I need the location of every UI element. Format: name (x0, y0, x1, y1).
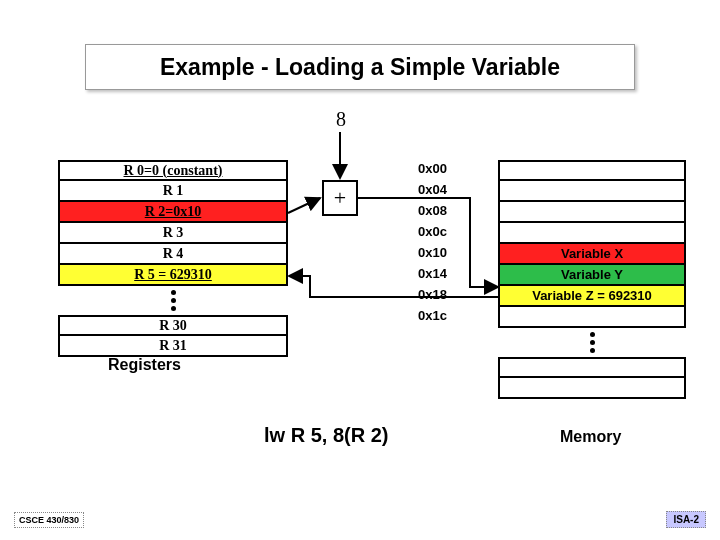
memory-cell (498, 307, 686, 328)
address-label: 0x18 (418, 284, 478, 305)
title-box: Example - Loading a Simple Variable (85, 44, 635, 90)
register-row: R 2=0x10 (58, 202, 288, 223)
memory-block: Variable XVariable YVariable Z = 692310 (498, 160, 686, 399)
address-label: 0x14 (418, 263, 478, 284)
register-row: R 5 = 629310 (58, 265, 288, 286)
register-row: R 3 (58, 223, 288, 244)
memory-cell: Variable Y (498, 265, 686, 286)
address-label: 0x00 (418, 158, 478, 179)
memory-cell (498, 378, 686, 399)
memory-cell-label: Variable Y (561, 267, 623, 282)
adder-box: + (322, 180, 358, 216)
register-label: R 0=0 (constant) (124, 163, 223, 179)
address-label: 0x1c (418, 305, 478, 326)
address-label: 0x04 (418, 179, 478, 200)
register-label: R 30 (159, 318, 187, 334)
register-label: R 4 (163, 246, 184, 262)
memory-cell (498, 160, 686, 181)
page-title: Example - Loading a Simple Variable (160, 54, 560, 81)
address-label: 0x10 (418, 242, 478, 263)
memory-cell: Variable X (498, 244, 686, 265)
memory-cell (498, 202, 686, 223)
svg-line-1 (288, 198, 320, 213)
address-label: 0x0c (418, 221, 478, 242)
slide-id: ISA-2 (666, 511, 706, 528)
register-row: R 1 (58, 181, 288, 202)
memory-cell (498, 181, 686, 202)
register-file: R 0=0 (constant)R 1R 2=0x10R 3R 4R 5 = 6… (58, 160, 288, 357)
address-label: 0x08 (418, 200, 478, 221)
register-label: R 3 (163, 225, 184, 241)
plus-icon: + (334, 185, 346, 211)
register-label: R 5 = 629310 (134, 267, 212, 283)
memory-cell (498, 357, 686, 378)
register-label: R 31 (159, 338, 187, 354)
memory-label: Memory (560, 428, 621, 446)
register-row: R 30 (58, 315, 288, 336)
memory-cell-label: Variable Z = 692310 (532, 288, 652, 303)
offset-value: 8 (336, 108, 346, 131)
register-label: R 2=0x10 (145, 204, 202, 220)
register-row: R 0=0 (constant) (58, 160, 288, 181)
memory-cell (498, 223, 686, 244)
course-code: CSCE 430/830 (14, 512, 84, 528)
instruction-text: lw R 5, 8(R 2) (264, 424, 388, 447)
register-row: R 31 (58, 336, 288, 357)
memory-cell-label: Variable X (561, 246, 623, 261)
register-label: R 1 (163, 183, 184, 199)
ellipsis-icon (58, 290, 288, 311)
register-row: R 4 (58, 244, 288, 265)
address-list: 0x000x040x080x0c0x100x140x180x1c (418, 158, 478, 326)
memory-cell: Variable Z = 692310 (498, 286, 686, 307)
registers-label: Registers (108, 356, 181, 374)
ellipsis-icon (498, 332, 686, 353)
